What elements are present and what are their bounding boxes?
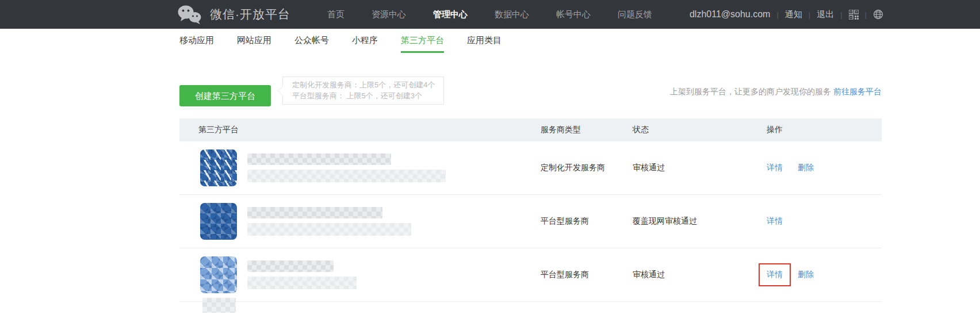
topnav-item-account[interactable]: 帐号中心 (556, 9, 591, 20)
topnav-item-management[interactable]: 管理中心 (433, 9, 468, 20)
app-icon-redacted (200, 149, 237, 186)
globe-icon[interactable] (873, 9, 883, 20)
redacted-text-line (247, 223, 411, 236)
separator: | (865, 10, 867, 19)
app-name-redacted (247, 207, 411, 236)
table-row: 平台型服务商 覆盖现网审核通过 详情 (179, 195, 882, 248)
status-cell: 审核通过 (633, 270, 767, 280)
app-icon-redacted (200, 256, 237, 293)
sub-nav: 移动应用 网站应用 公众帐号 小程序 第三方平台 应用类目 (0, 29, 980, 53)
column-header-status: 状态 (633, 125, 767, 135)
app-name-redacted (247, 260, 357, 289)
delete-link[interactable]: 删除 (798, 270, 814, 280)
quota-tooltip: 定制化开发服务商：上限5个，还可创建4个 平台型服务商： 上限5个，还可创建3个 (282, 76, 444, 105)
status-cell: 覆盖现网审核通过 (633, 216, 767, 227)
redacted-text-line (247, 207, 382, 218)
brand: 微信·开放平台 (177, 4, 290, 25)
status-cell: 审核通过 (633, 163, 767, 173)
redacted-text-line (247, 154, 391, 165)
provider-type-cell: 定制化开发服务商 (541, 163, 633, 173)
table-row: 定制化开发服务商 审核通过 详情 删除 (179, 141, 882, 195)
app-icon-redacted (200, 203, 237, 240)
third-party-platform-table: 第三方平台 服务商类型 状态 操作 定制化开发服务商 审核通过 详情 删除 (179, 118, 882, 302)
separator: | (776, 10, 778, 19)
detail-link[interactable]: 详情 (767, 216, 783, 227)
separator: | (840, 10, 842, 19)
redacted-text-line (247, 277, 357, 289)
actions-cell: 详情 删除 (767, 163, 882, 173)
logout-link[interactable]: 退出 (817, 9, 834, 20)
tab-mini-program[interactable]: 小程序 (352, 29, 378, 53)
redacted-fragment (202, 298, 236, 313)
promo-label: 上架到服务平台，让更多的商户发现你的服务 (670, 87, 831, 96)
actions-cell: 详情 (767, 216, 882, 227)
notice-link[interactable]: 通知 (785, 9, 802, 20)
platform-cell (179, 256, 541, 293)
table-header: 第三方平台 服务商类型 状态 操作 (179, 118, 882, 141)
platform-cell (179, 149, 541, 186)
table-row: 平台型服务商 审核通过 详情 删除 (179, 248, 882, 302)
tab-third-party-platform[interactable]: 第三方平台 (401, 29, 444, 53)
top-nav: 首页 资源中心 管理中心 数据中心 帐号中心 问题反馈 (327, 9, 652, 20)
detail-link[interactable]: 详情 (767, 163, 783, 173)
topnav-item-home[interactable]: 首页 (327, 9, 344, 20)
tab-official-account[interactable]: 公众帐号 (294, 29, 329, 53)
delete-link[interactable]: 删除 (798, 163, 814, 173)
topnav-item-feedback[interactable]: 问题反馈 (618, 9, 652, 20)
app-name-redacted (247, 154, 446, 182)
provider-type-cell: 平台型服务商 (541, 216, 633, 227)
separator: | (809, 10, 810, 19)
quota-tooltip-line1: 定制化开发服务商：上限5个，还可创建4个 (292, 79, 435, 90)
provider-type-cell: 平台型服务商 (541, 270, 633, 280)
redacted-text-line (247, 170, 446, 182)
top-bar: 微信·开放平台 首页 资源中心 管理中心 数据中心 帐号中心 问题反馈 dlzh… (0, 0, 980, 29)
account-email: dlzh011@sohu.com (690, 9, 770, 20)
brand-title: 微信·开放平台 (210, 6, 290, 22)
column-header-actions: 操作 (767, 125, 882, 135)
column-header-platform: 第三方平台 (179, 125, 541, 135)
go-to-service-platform-link[interactable]: 前往服务平台 (833, 87, 882, 96)
actions-cell: 详情 删除 (767, 270, 882, 280)
tab-mobile-app[interactable]: 移动应用 (179, 29, 214, 53)
account-area: dlzh011@sohu.com | 通知 | 退出 | | (690, 9, 883, 20)
column-header-provider-type: 服务商类型 (541, 125, 633, 135)
quota-tooltip-line2: 平台型服务商： 上限5个，还可创建3个 (292, 90, 435, 101)
topnav-item-data[interactable]: 数据中心 (495, 9, 529, 20)
detail-link-highlighted[interactable]: 详情 (767, 270, 783, 280)
tab-website-app[interactable]: 网站应用 (237, 29, 271, 53)
redacted-text-line (247, 260, 334, 272)
create-third-party-platform-button[interactable]: 创建第三方平台 (179, 85, 271, 106)
qr-code-icon[interactable] (849, 10, 859, 20)
topnav-item-resources[interactable]: 资源中心 (372, 9, 406, 20)
promo-text: 上架到服务平台，让更多的商户发现你的服务 前往服务平台 (670, 87, 882, 97)
platform-cell (179, 203, 541, 240)
tab-app-category[interactable]: 应用类目 (467, 29, 502, 53)
wechat-logo-icon (177, 4, 202, 25)
toolbar: 创建第三方平台 定制化开发服务商：上限5个，还可创建4个 平台型服务商： 上限5… (179, 76, 882, 106)
